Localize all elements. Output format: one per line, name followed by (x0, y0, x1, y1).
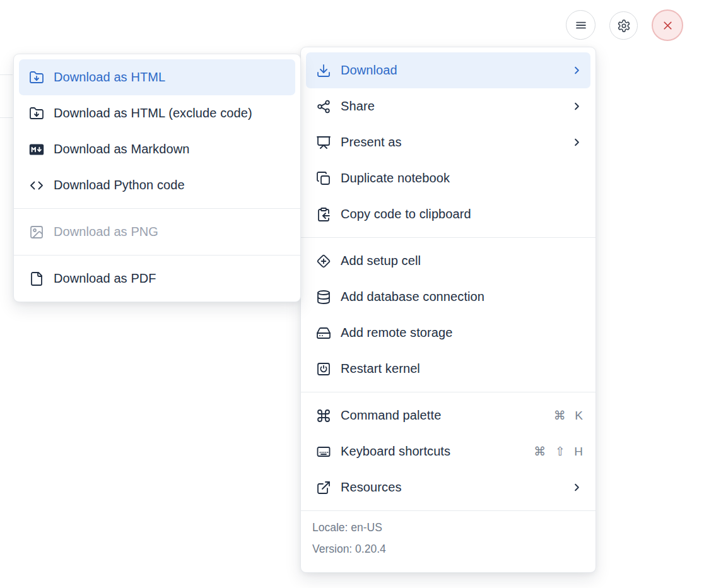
menu-item-add-remote-storage[interactable]: Add remote storage (306, 315, 590, 351)
share-icon (316, 99, 331, 114)
submenu-item-download-as-html[interactable]: Download as HTML (19, 59, 295, 95)
submenu-item-label: Download Python code (54, 178, 185, 192)
folder-down-icon (29, 70, 44, 85)
menu-item-label: Download (341, 63, 397, 78)
menu-item-command-palette[interactable]: Command palette ⌘ K (306, 397, 590, 433)
submenu-item-label: Download as HTML (exclude code) (54, 106, 252, 121)
submenu-item-download-as-markdown[interactable]: Download as Markdown (19, 131, 295, 167)
menu-separator (14, 255, 300, 256)
shortcut-hint: ⌘ K (554, 408, 583, 423)
clipboard-copy-icon (316, 207, 331, 222)
menu-item-resources[interactable]: Resources (306, 469, 590, 505)
menu-item-label: Copy code to clipboard (341, 207, 471, 221)
menu-item-keyboard-shortcuts[interactable]: Keyboard shortcuts ⌘ ⇧ H (306, 433, 590, 469)
hamburger-icon (574, 18, 588, 32)
submenu-item-download-as-html-exclude-code[interactable]: Download as HTML (exclude code) (19, 95, 295, 131)
close-button[interactable] (652, 9, 683, 41)
hard-drive-icon (316, 326, 331, 341)
submenu-item-label: Download as PNG (54, 225, 158, 239)
chevron-right-icon (571, 136, 583, 148)
locale-text: Locale: en-US (312, 517, 584, 538)
menu-separator (301, 392, 595, 392)
menu-item-label: Add database connection (341, 290, 484, 304)
chevron-right-icon (571, 481, 583, 493)
menu-button[interactable] (566, 10, 595, 40)
markdown-icon (29, 142, 44, 157)
menu-item-add-setup-cell[interactable]: Add setup cell (306, 243, 590, 279)
gear-icon (617, 19, 631, 33)
command-icon (316, 408, 331, 423)
menu-item-share[interactable]: Share (306, 88, 590, 124)
diamond-plus-icon (316, 254, 331, 269)
menu-item-label: Restart kernel (341, 362, 420, 376)
menu-item-download[interactable]: Download (306, 52, 590, 88)
background-hairline (0, 74, 13, 75)
menu-footer: Locale: en-US Version: 0.20.4 (301, 510, 595, 567)
settings-button[interactable] (609, 11, 638, 40)
menu-item-label: Present as (341, 135, 402, 150)
menu-item-label: Resources (341, 480, 402, 495)
folder-down-icon (29, 106, 44, 121)
power-icon (316, 362, 331, 377)
menu-item-present-as[interactable]: Present as (306, 124, 590, 160)
external-link-icon (316, 480, 331, 495)
shortcut-hint: ⌘ ⇧ H (534, 444, 583, 459)
database-icon (316, 290, 331, 305)
menu-item-label: Add setup cell (341, 254, 421, 268)
submenu-item-label: Download as HTML (54, 70, 165, 85)
image-icon (29, 225, 44, 240)
x-icon (661, 19, 674, 32)
submenu-item-label: Download as Markdown (54, 142, 189, 156)
code-icon (29, 178, 44, 193)
menu-item-label: Keyboard shortcuts (341, 444, 450, 459)
menu-item-copy-code[interactable]: Copy code to clipboard (306, 196, 590, 232)
download-submenu: Download as HTML Download as HTML (exclu… (13, 54, 301, 302)
menu-item-label: Add remote storage (341, 326, 452, 340)
download-icon (316, 63, 331, 78)
keyboard-icon (316, 444, 331, 459)
file-icon (29, 271, 44, 286)
menu-item-label: Share (341, 99, 375, 114)
menu-item-label: Duplicate notebook (341, 171, 450, 185)
submenu-item-download-python-code[interactable]: Download Python code (19, 167, 295, 203)
submenu-item-download-as-png: Download as PNG (19, 214, 295, 250)
menu-item-restart-kernel[interactable]: Restart kernel (306, 351, 590, 387)
menu-separator (301, 237, 595, 238)
submenu-item-label: Download as PDF (54, 271, 156, 286)
notebook-actions-menu: Download Share Present as Duplicate note… (300, 47, 596, 573)
menu-item-add-database-connection[interactable]: Add database connection (306, 279, 590, 315)
menu-item-duplicate-notebook[interactable]: Duplicate notebook (306, 160, 590, 196)
presentation-icon (316, 135, 331, 150)
chevron-right-icon (571, 100, 583, 112)
menu-separator (14, 208, 300, 209)
background-hairline (0, 117, 13, 118)
copy-icon (316, 171, 331, 186)
menu-item-label: Command palette (341, 408, 441, 423)
chevron-right-icon (571, 64, 583, 76)
version-text: Version: 0.20.4 (312, 538, 584, 560)
submenu-item-download-as-pdf[interactable]: Download as PDF (19, 261, 295, 297)
